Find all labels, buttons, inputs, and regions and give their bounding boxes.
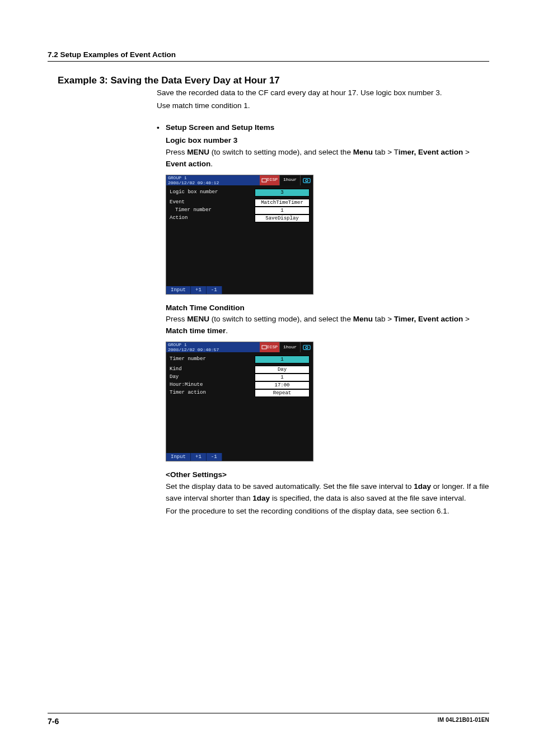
other-settings-paragraph-1: Set the display data to be saved automat…: [166, 481, 489, 505]
input-button[interactable]: Input: [166, 286, 191, 294]
field-timer-number-value[interactable]: 1: [255, 356, 310, 363]
camera-icon: [301, 342, 313, 352]
other-settings-heading: <Other Settings>: [166, 469, 489, 481]
instruction-1: Press MENU (to switch to setting mode), …: [166, 147, 489, 170]
field-logic-box-number-label: Logic box number: [170, 189, 255, 197]
hour-label: 1hour: [279, 342, 301, 352]
disp-badge: DISP: [260, 342, 279, 352]
field-day-label: Day: [170, 374, 255, 381]
plus-one-button[interactable]: +1: [191, 453, 207, 461]
field-timer-number-value[interactable]: 1: [255, 207, 310, 214]
field-timer-action-label: Timer action: [170, 389, 255, 397]
bullet-dot-icon: •: [157, 122, 166, 134]
section-header: 7.2 Setup Examples of Event Action: [48, 50, 489, 62]
document-id: IM 04L21B01-01EN: [438, 717, 489, 726]
disp-badge: DISP: [260, 175, 279, 185]
svg-point-2: [306, 179, 308, 181]
setup-heading: Setup Screen and Setup Items: [166, 122, 274, 134]
svg-rect-0: [262, 179, 266, 182]
minus-one-button[interactable]: -1: [207, 286, 222, 294]
disp-icon: [261, 344, 267, 350]
field-hour-minute-label: Hour:Minute: [170, 381, 255, 389]
disp-icon: [261, 178, 267, 183]
match-time-heading: Match Time Condition: [166, 302, 489, 314]
field-timer-number-label: Timer number: [170, 207, 255, 214]
instruction-2: Press MENU (to switch to setting mode), …: [166, 314, 489, 337]
field-day-value[interactable]: 1: [255, 374, 310, 381]
hour-label: 1hour: [279, 175, 301, 185]
intro-line-2: Use match time condition 1.: [157, 100, 489, 112]
field-hour-minute-value[interactable]: 17:00: [255, 381, 310, 389]
device-screen-match-time: GROUP 1 2008/12/02 09:40:57 DISP 1hour T…: [166, 342, 313, 461]
field-kind-label: Kind: [170, 366, 255, 374]
svg-point-5: [306, 347, 308, 349]
field-timer-action-value[interactable]: Repeat: [255, 389, 310, 397]
device-title-block: GROUP 1 2008/12/02 09:40:12: [166, 175, 260, 185]
plus-one-button[interactable]: +1: [191, 286, 207, 294]
camera-icon: [301, 175, 313, 185]
field-timer-number-label: Timer number: [170, 356, 255, 363]
field-action-value[interactable]: SaveDisplay: [255, 214, 310, 222]
page-footer: 7-6 IM 04L21B01-01EN: [48, 713, 489, 726]
minus-one-button[interactable]: -1: [207, 453, 222, 461]
svg-rect-1: [303, 178, 310, 183]
field-kind-value[interactable]: Day: [255, 366, 310, 374]
svg-rect-3: [262, 346, 266, 349]
field-action-label: Action: [170, 214, 255, 222]
input-button[interactable]: Input: [166, 453, 191, 461]
page-number: 7-6: [48, 717, 59, 726]
other-settings-paragraph-2: For the procedure to set the recording c…: [166, 506, 489, 517]
device-screen-event-action: GROUP 1 2008/12/02 09:40:12 DISP 1hour L…: [166, 175, 313, 295]
field-event-label: Event: [170, 199, 255, 207]
logic-box-heading: Logic box number 3: [166, 135, 489, 147]
intro-line-1: Save the recorded data to the CF card ev…: [157, 87, 489, 99]
svg-rect-4: [303, 346, 310, 350]
field-event-value[interactable]: MatchTimeTimer: [255, 199, 310, 207]
example-title: Example 3: Saving the Data Every Day at …: [58, 75, 489, 86]
field-logic-box-number-value[interactable]: 3: [255, 189, 310, 197]
device-title-block: GROUP 1 2008/12/02 09:40:57: [166, 342, 260, 352]
